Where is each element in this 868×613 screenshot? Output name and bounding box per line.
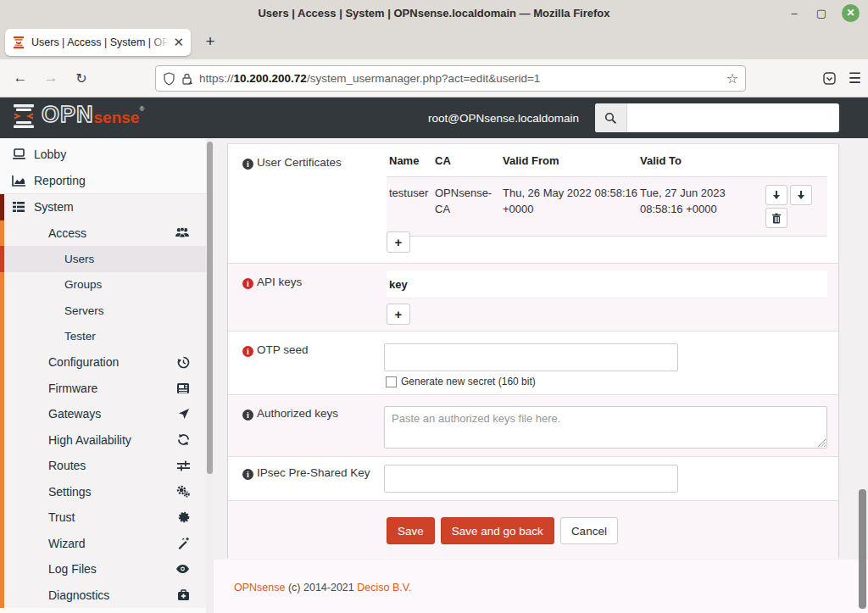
search-input[interactable] (627, 105, 839, 131)
user-certificates-label: iUser Certificates (242, 154, 376, 171)
form-row-otp-seed: iOTP seed Generate new secret (160 bit) (228, 332, 838, 395)
maximize-button[interactable]: ▢ (815, 7, 828, 20)
routes-icon (177, 460, 190, 471)
footer-link-deciso[interactable]: Deciso B.V. (357, 582, 411, 593)
generate-secret-checkbox[interactable] (386, 376, 397, 387)
url-text[interactable]: https://10.200.200.72/system_usermanager… (199, 72, 540, 85)
tab-close-icon[interactable]: ✕ (173, 35, 184, 50)
info-icon[interactable]: i (242, 346, 253, 357)
tab-title: Users | Access | System | OP (31, 36, 170, 48)
refresh-icon (177, 433, 190, 446)
window-title: Users | Access | System | OPNsense.local… (258, 7, 609, 20)
add-certificate-button[interactable]: + (387, 231, 410, 253)
sidebar-item-wizard[interactable]: Wizard (0, 531, 212, 557)
save-and-go-back-button[interactable]: Save and go back (441, 517, 554, 544)
shield-check-icon[interactable] (822, 71, 837, 86)
sidebar-item-system[interactable]: System (0, 194, 212, 220)
cert-valid-from: Thu, 26 May 2022 08:58:16 +0000 (503, 185, 640, 228)
sidebar-item-users[interactable]: Users (0, 246, 212, 272)
sidebar-item-routes[interactable]: Routes (0, 453, 212, 479)
sidebar-item-configuration[interactable]: Configuration (0, 349, 212, 376)
sidebar-item-groups[interactable]: Groups (0, 272, 212, 298)
browser-tab[interactable]: Users | Access | System | OP ✕ (5, 29, 191, 56)
sidebar-item-access[interactable]: Access (0, 220, 212, 247)
sidebar-item-tester[interactable]: Tester (0, 324, 212, 350)
padlock-warning-icon[interactable] (181, 72, 192, 86)
url-domain: 10.200.200.72 (234, 72, 307, 85)
app-header: OPN sense ® root@OPNsense.localdomain (0, 98, 868, 138)
export-certificate-button[interactable] (765, 185, 787, 205)
cert-ca: OPNsense-CA (435, 185, 503, 228)
logged-in-user: root@OPNsense.localdomain (428, 112, 579, 125)
minimize-button[interactable]: – (787, 7, 801, 20)
main-content: OPNsense (c) 2014-2021 Deciso B.V. iUser… (214, 138, 868, 613)
gears-icon (176, 485, 190, 498)
sidebar-item-gateways[interactable]: Gateways (0, 401, 212, 427)
ipsec-psk-label: iIPsec Pre-Shared Key (242, 465, 376, 482)
api-keys-label: iAPI keys (242, 274, 376, 291)
form-row-user-certificates: iUser Certificates Name CA Valid From Va… (228, 144, 838, 264)
sidebar-item-settings[interactable]: Settings (0, 479, 212, 505)
sidebar-scrollbar-thumb[interactable] (207, 142, 213, 474)
history-icon (177, 356, 190, 369)
sidebar-item-firmware[interactable]: Firmware (0, 376, 212, 402)
info-icon[interactable]: i (242, 469, 253, 480)
list-icon (12, 201, 26, 213)
add-api-key-button[interactable]: + (387, 304, 410, 325)
sidebar-item-diagnostics[interactable]: Diagnostics (0, 582, 212, 609)
browser-toolbar: ← → ↻ https://10.200.200.72/system_userm… (0, 59, 868, 98)
menu-icon[interactable]: ☰ (849, 70, 861, 87)
footer-link-opnsense[interactable]: OPNsense (234, 582, 285, 593)
magic-wand-icon (177, 537, 190, 549)
export-key-button[interactable] (790, 185, 812, 205)
medkit-icon (177, 589, 190, 601)
tab-favicon-icon (12, 36, 25, 49)
logo-registered-mark: ® (139, 102, 144, 117)
new-tab-button[interactable]: + (200, 32, 220, 51)
cert-valid-to: Tue, 27 Jun 2023 08:58:16 +0000 (640, 185, 765, 228)
search-icon[interactable] (595, 103, 627, 132)
table-header: Name CA Valid From Valid To (387, 144, 827, 177)
form-row-actions: Save Save and go back Cancel (228, 501, 838, 559)
cancel-button[interactable]: Cancel (560, 517, 618, 544)
sidebar-item-servers[interactable]: Servers (0, 298, 212, 324)
header-search (595, 103, 839, 132)
opnsense-logo-icon (11, 102, 36, 131)
close-button[interactable]: ✕ (842, 4, 860, 22)
forward-icon[interactable]: → (37, 64, 64, 92)
save-button[interactable]: Save (387, 517, 435, 544)
logo-text-opn: OPN (42, 102, 94, 127)
sidebar-item-trust[interactable]: Trust (0, 504, 212, 531)
page-scrollbar-thumb[interactable] (859, 489, 866, 609)
ipsec-psk-input[interactable] (384, 465, 678, 493)
url-bar[interactable]: https://10.200.200.72/system_usermanager… (155, 65, 746, 92)
sidebar-item-high-availability[interactable]: High Availability (0, 427, 212, 454)
info-icon[interactable]: i (242, 278, 253, 289)
otp-seed-input[interactable] (384, 343, 678, 371)
form-row-api-keys: iAPI keys key + (228, 264, 838, 332)
authorized-keys-textarea[interactable] (384, 406, 827, 449)
info-icon[interactable]: i (242, 159, 253, 170)
form-row-ipsec-psk: iIPsec Pre-Shared Key (228, 457, 838, 501)
opnsense-logo[interactable]: OPN sense ® (11, 102, 144, 134)
location-arrow-icon (178, 408, 190, 420)
tab-bar: Users | Access | System | OP ✕ + (0, 25, 868, 59)
footer-copyright: OPNsense (c) 2014-2021 Deciso B.V. (234, 582, 411, 593)
authorized-keys-label: iAuthorized keys (242, 405, 376, 422)
area-chart-icon (12, 175, 26, 187)
bookmark-star-icon[interactable]: ☆ (726, 70, 738, 86)
sidebar-item-reporting[interactable]: Reporting (0, 168, 212, 194)
sidebar-nav: Lobby Reporting System Access (0, 138, 212, 613)
resize-grip-icon[interactable] (818, 439, 826, 447)
newspaper-icon (176, 382, 190, 394)
delete-certificate-button[interactable] (765, 208, 787, 228)
sidebar-item-lobby[interactable]: Lobby (0, 142, 212, 168)
back-icon[interactable]: ← (7, 64, 34, 92)
footer: OPNsense (c) 2014-2021 Deciso B.V. (214, 560, 868, 613)
info-icon[interactable]: i (242, 410, 253, 421)
user-certificates-table: Name CA Valid From Valid To testuser OPN… (387, 144, 827, 237)
generate-secret-label: Generate new secret (160 bit) (401, 376, 536, 387)
sidebar-item-log-files[interactable]: Log Files (0, 556, 212, 582)
tracking-shield-icon[interactable] (163, 72, 175, 86)
reload-icon[interactable]: ↻ (68, 64, 95, 92)
